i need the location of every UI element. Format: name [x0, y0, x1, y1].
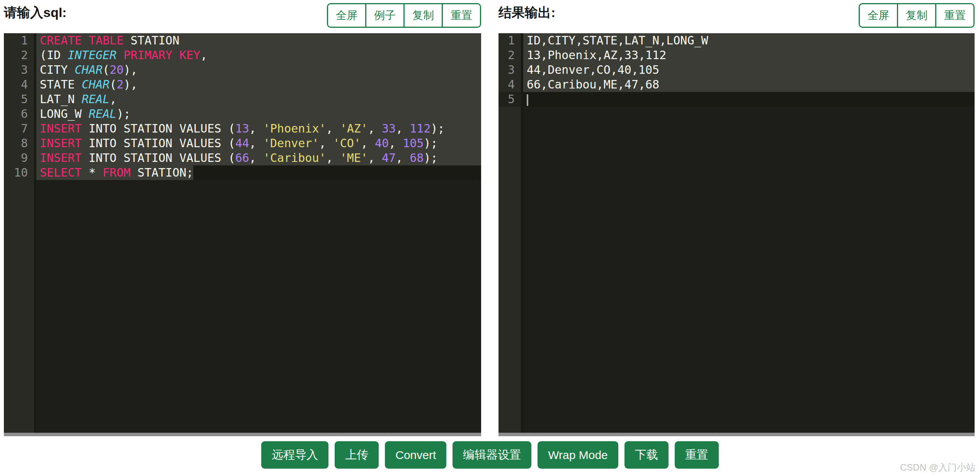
result-toolbar: 全屏复制重置: [859, 3, 975, 28]
code-line[interactable]: 1ID,CITY,STATE,LAT_N,LONG_W: [499, 33, 975, 48]
code-line-text: 13,Phoenix,AZ,33,112: [523, 48, 975, 63]
code-token: ,: [200, 48, 207, 62]
fullscreen-button[interactable]: 全屏: [328, 4, 365, 27]
code-line[interactable]: 466,Caribou,ME,47,68: [499, 77, 975, 92]
code-token: (ID: [40, 48, 68, 62]
code-token: 44: [235, 136, 249, 150]
reset-button[interactable]: 重置: [675, 441, 719, 469]
result-code-lines: 1ID,CITY,STATE,LAT_N,LONG_W213,Phoenix,A…: [499, 33, 975, 433]
code-line[interactable]: 3CITY CHAR(20),: [4, 63, 481, 77]
code-token: ,: [389, 136, 403, 150]
line-number: 1: [499, 33, 521, 48]
sql-input-title: 请输入sql:: [4, 4, 66, 22]
editor-settings-button[interactable]: 编辑器设置: [453, 441, 531, 469]
code-token: 'Phoenix': [263, 122, 326, 135]
reset-button[interactable]: 重置: [935, 4, 973, 27]
code-line-text: INSERT INTO STATION VALUES (13, 'Phoenix…: [36, 121, 481, 136]
code-token: );: [117, 107, 131, 121]
line-number: 6: [4, 107, 34, 121]
code-line[interactable]: 6LONG_W REAL);: [4, 107, 481, 121]
code-token: REAL: [82, 92, 109, 106]
code-token: ),: [124, 78, 138, 91]
result-panel: 结果输出: 全屏复制重置 1ID,CITY,STATE,LAT_N,LONG_W…: [499, 3, 975, 30]
line-number: 2: [4, 48, 34, 63]
code-line-text: CITY CHAR(20),: [36, 63, 481, 77]
code-token: ,: [249, 122, 263, 135]
code-token: STATION;: [131, 166, 194, 179]
code-token: 2: [117, 78, 124, 91]
code-token: STATE: [40, 78, 82, 91]
code-token: ),: [124, 63, 138, 76]
copy-button[interactable]: 复制: [403, 4, 442, 27]
line-number: 3: [499, 63, 521, 77]
code-token: CREATE TABLE: [40, 34, 124, 47]
code-token: STATION: [124, 34, 180, 47]
code-token: ,: [319, 136, 333, 150]
code-line[interactable]: 8INSERT INTO STATION VALUES (44, 'Denver…: [4, 136, 481, 151]
code-token: 66: [235, 151, 249, 165]
line-number: 7: [4, 121, 34, 136]
code-token: INSERT: [40, 136, 82, 150]
code-line[interactable]: 344,Denver,CO,40,105: [499, 63, 975, 77]
code-token: INSERT: [40, 151, 82, 165]
code-line-text: LONG_W REAL);: [36, 107, 481, 121]
line-number: 10: [4, 165, 34, 180]
code-token: FROM: [103, 166, 131, 179]
code-token: ,: [368, 151, 382, 165]
code-token: INTO STATION VALUES (: [82, 136, 235, 150]
convert-button[interactable]: Convert: [385, 441, 446, 469]
code-token: PRIMARY KEY: [124, 48, 201, 62]
line-number: 4: [499, 77, 521, 92]
result-editor-hscrollbar[interactable]: [499, 433, 975, 436]
code-line[interactable]: 1CREATE TABLE STATION: [4, 33, 481, 48]
code-token: *: [82, 166, 102, 179]
code-token: ,: [326, 151, 340, 165]
code-token: INSERT: [40, 122, 82, 135]
code-line-text: INSERT INTO STATION VALUES (44, 'Denver'…: [36, 136, 481, 151]
fullscreen-button[interactable]: 全屏: [860, 4, 897, 27]
code-token: 40: [375, 136, 389, 150]
code-line[interactable]: 5LAT_N REAL,: [4, 92, 481, 107]
sql-editor[interactable]: 1CREATE TABLE STATION2(ID INTEGER PRIMAR…: [4, 33, 481, 436]
code-line[interactable]: 5: [499, 92, 975, 107]
code-line-text: SELECT * FROM STATION;: [36, 165, 481, 180]
code-line[interactable]: 9INSERT INTO STATION VALUES (66, 'Caribo…: [4, 151, 481, 165]
code-token: ,: [368, 122, 382, 135]
copy-button[interactable]: 复制: [897, 4, 935, 27]
code-token: REAL: [88, 107, 116, 121]
selection-highlight: SELECT * FROM STATION;: [36, 165, 193, 180]
download-button[interactable]: 下载: [624, 441, 669, 469]
code-token: ID,CITY,STATE,LAT_N,LONG_W: [527, 34, 708, 47]
code-token: ,: [396, 151, 410, 165]
sql-panel: 请输入sql: 全屏例子复制重置 1CREATE TABLE STATION2(…: [4, 3, 481, 30]
code-line[interactable]: 7INSERT INTO STATION VALUES (13, 'Phoeni…: [4, 121, 481, 136]
code-token: ,: [361, 136, 375, 150]
code-token: (: [103, 63, 110, 76]
line-number: 2: [499, 48, 521, 63]
upload-button[interactable]: 上传: [335, 441, 379, 469]
code-token: 'Caribou': [263, 151, 326, 165]
result-editor[interactable]: 1ID,CITY,STATE,LAT_N,LONG_W213,Phoenix,A…: [499, 33, 975, 436]
code-token: 68: [410, 151, 424, 165]
code-line-text: 44,Denver,CO,40,105: [523, 63, 975, 77]
code-line[interactable]: 213,Phoenix,AZ,33,112: [499, 48, 975, 63]
line-number: 5: [4, 92, 34, 107]
reset-button[interactable]: 重置: [442, 4, 480, 27]
code-line-text: [523, 92, 975, 107]
remote-import-button[interactable]: 远程导入: [261, 441, 328, 469]
code-token: INTO STATION VALUES (: [82, 151, 235, 165]
code-token: 47: [382, 151, 396, 165]
example-button[interactable]: 例子: [365, 4, 403, 27]
code-line[interactable]: 10SELECT * FROM STATION;: [4, 165, 481, 180]
code-token: [117, 48, 124, 62]
code-token: INTO STATION VALUES (: [82, 122, 235, 135]
code-line[interactable]: 4STATE CHAR(2),: [4, 77, 481, 92]
code-token: );: [430, 122, 444, 135]
code-line-text: STATE CHAR(2),: [36, 77, 481, 92]
code-line[interactable]: 2(ID INTEGER PRIMARY KEY,: [4, 48, 481, 63]
code-token: 'Denver': [263, 136, 319, 150]
sql-editor-hscrollbar[interactable]: [4, 433, 481, 436]
wrap-mode-button[interactable]: Wrap Mode: [538, 441, 618, 469]
code-line-text: INSERT INTO STATION VALUES (66, 'Caribou…: [36, 151, 481, 165]
code-token: 20: [110, 63, 124, 76]
